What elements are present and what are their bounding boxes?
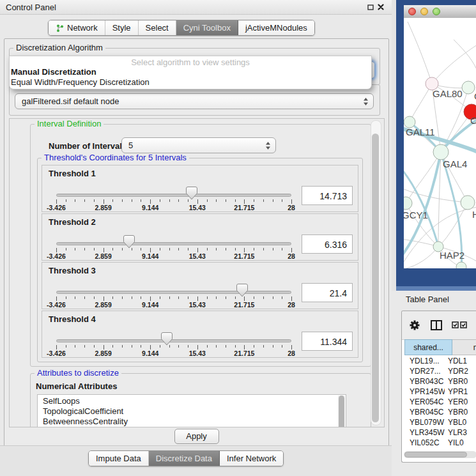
slider-thumb[interactable] — [161, 332, 173, 348]
table-row[interactable]: YBL079WYBL0 — [402, 418, 476, 428]
close-button[interactable] — [376, 2, 386, 12]
checkbox-icon[interactable] — [460, 321, 467, 328]
table-cell[interactable]: YER054C — [404, 397, 445, 408]
control-panel-titlebar: Control Panel — [0, 0, 392, 15]
table-cell[interactable]: YBR0 — [445, 408, 476, 418]
table-cell[interactable]: YER0 — [445, 397, 476, 408]
table-row[interactable]: YBR043CYBR0 — [402, 377, 476, 387]
slider-scale-label: 2.859 — [95, 349, 111, 357]
slider-thumb[interactable] — [123, 235, 135, 251]
slider-track[interactable] — [56, 339, 291, 342]
network-node[interactable] — [433, 144, 449, 160]
attributes-list-scrollbar[interactable] — [338, 395, 345, 427]
table-row[interactable]: YER054CYER0 — [402, 397, 476, 408]
table-cell[interactable]: YBR045C — [404, 408, 445, 418]
table-data-combobox[interactable]: galFiltered.sif default node — [15, 93, 374, 109]
table-cell[interactable]: YIL052C — [404, 438, 445, 449]
slider-track[interactable] — [56, 242, 291, 245]
slider-tick — [291, 296, 292, 301]
table-panel: Table Panel — [392, 291, 476, 476]
table-cell[interactable]: YDR2 — [445, 367, 476, 377]
interval-definition-group: Interval Definition Number of Intervals … — [30, 124, 371, 367]
tab-jactivemnodules[interactable]: jActiveMNodules — [238, 20, 314, 35]
threshold-value-field[interactable]: 14.713 — [302, 186, 353, 205]
table-cell[interactable]: YDL1 — [445, 357, 476, 367]
table-row[interactable]: YBR045CYBR0 — [402, 408, 476, 418]
table-cell[interactable]: YBL0 — [445, 418, 476, 428]
table-cell[interactable]: YIL0 — [445, 438, 476, 449]
slider-tick — [94, 248, 95, 250]
slider-tick — [66, 248, 66, 250]
numerical-attributes-list[interactable]: SelfLoopsTopologicalCoefficientBetweenne… — [37, 394, 346, 427]
number-of-intervals-value: 5 — [128, 141, 133, 150]
network-window-titlebar[interactable] — [404, 5, 476, 19]
threshold-value-field[interactable]: 6.316 — [302, 234, 353, 254]
attribute-list-item[interactable]: SelfLoops — [38, 396, 346, 406]
table-row[interactable]: YIL052CYIL0 — [402, 438, 476, 449]
scrollbar-thumb[interactable] — [372, 134, 379, 422]
number-of-intervals-combobox[interactable]: 5 — [121, 137, 276, 153]
tab-style[interactable]: Style — [105, 20, 139, 35]
table-row[interactable]: YPR145WYPR1 — [402, 387, 476, 397]
attribute-list-item[interactable]: TopologicalCoefficient — [38, 406, 346, 417]
bottom-tab-infer-network[interactable]: Infer Network — [220, 451, 283, 466]
table-row[interactable]: YLR345WYLR3 — [402, 428, 476, 438]
table-panel-toolbar — [402, 311, 476, 340]
slider-thumb[interactable] — [186, 187, 197, 203]
slider-tick — [141, 248, 141, 250]
scrollbar-thumb[interactable] — [339, 395, 344, 427]
column-header-name[interactable]: na — [452, 339, 476, 355]
table-cell[interactable]: YPR1 — [445, 387, 476, 397]
slider-scale-label: -3.426 — [47, 301, 66, 309]
table-cell[interactable]: YDL19... — [404, 357, 445, 367]
attribute-list-item[interactable]: BetweennessCentrality — [38, 417, 346, 427]
table-cell[interactable]: YLR3 — [445, 428, 476, 438]
network-node[interactable] — [404, 197, 412, 210]
table-cell[interactable]: YPR145W — [404, 387, 445, 397]
gear-icon[interactable] — [409, 319, 420, 331]
slider-scale-label: 21.715 — [234, 204, 254, 211]
threshold-value-field[interactable]: 11.344 — [302, 332, 353, 351]
slider-track[interactable] — [56, 291, 291, 294]
table-cell[interactable]: YBR0 — [445, 377, 476, 387]
slider-track[interactable] — [56, 194, 291, 197]
table-row[interactable]: YDR27...YDR2 — [402, 367, 476, 377]
slider-tick — [226, 296, 226, 299]
group-title: Attributes to discretize — [35, 369, 121, 378]
float-button[interactable] — [365, 2, 376, 12]
apply-button[interactable]: Apply — [174, 429, 219, 444]
table-cell[interactable]: YBL079W — [404, 418, 445, 428]
threshold-slider: -3.4262.8599.14415.4321.71528 — [56, 311, 291, 357]
minimize-traffic-light[interactable] — [420, 8, 428, 15]
network-node[interactable] — [461, 196, 475, 210]
table-cell[interactable]: YBR043C — [404, 377, 445, 387]
table-horizontal-scrollbar[interactable] — [404, 451, 476, 458]
network-node[interactable] — [456, 262, 466, 268]
slider-tick — [104, 199, 104, 204]
algorithm-popup-list: Manual DiscretizationEqual Width/Frequen… — [10, 67, 371, 88]
node-label: H — [472, 209, 476, 220]
slider-thumb[interactable] — [236, 284, 248, 300]
network-node[interactable] — [462, 81, 475, 94]
slider-tick — [122, 345, 123, 348]
bottom-tab-discretize-data[interactable]: Discretize Data — [149, 451, 220, 466]
threshold-value-field[interactable]: 21.4 — [302, 283, 353, 302]
network-graph[interactable]: GAL80GACGAL11GAL4GCY1HHAP2 — [404, 18, 476, 268]
scrollbar-thumb[interactable] — [404, 452, 467, 457]
tab-select[interactable]: Select — [139, 20, 176, 35]
checkbox-icon[interactable] — [452, 321, 459, 328]
tab-cyni-toolbox[interactable]: Cyni Toolbox — [176, 20, 238, 35]
close-traffic-light[interactable] — [408, 8, 416, 15]
tab-network[interactable]: Network — [49, 20, 105, 35]
table-row[interactable]: YDL19...YDL1 — [402, 357, 476, 367]
network-canvas[interactable]: GAL80GACGAL11GAL4GCY1HHAP2 — [404, 18, 476, 268]
table-cell[interactable]: YDR27... — [404, 367, 445, 377]
column-header-shared-name[interactable]: shared... — [404, 339, 452, 355]
zoom-traffic-light[interactable] — [433, 8, 440, 15]
algorithm-option[interactable]: Equal Width/Frequency Discretization — [10, 77, 371, 88]
split-columns-icon[interactable] — [431, 320, 442, 330]
table-cell[interactable]: YLR345W — [404, 428, 445, 438]
bottom-tab-impute-data[interactable]: Impute Data — [89, 451, 149, 466]
panel-vertical-scrollbar[interactable] — [371, 120, 381, 426]
algorithm-option[interactable]: Manual Discretization — [10, 67, 371, 77]
